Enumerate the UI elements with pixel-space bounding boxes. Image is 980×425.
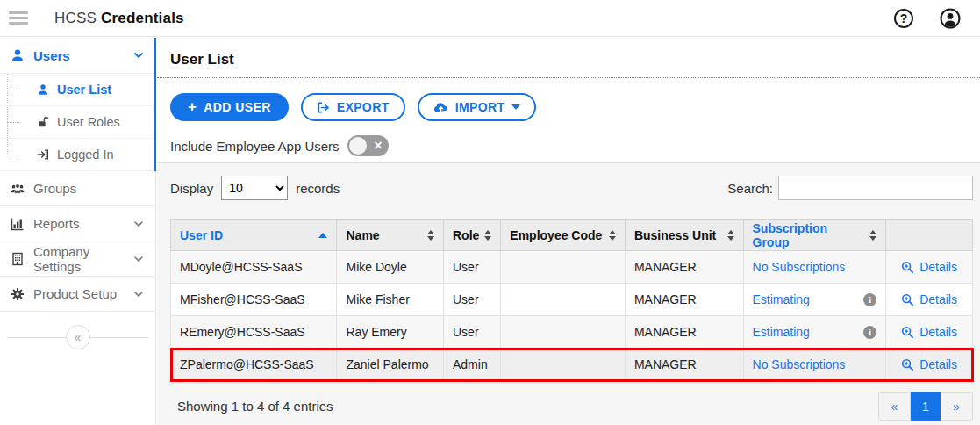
info-icon[interactable]: i xyxy=(863,293,876,306)
cloud-upload-icon xyxy=(433,102,448,113)
cell-subscription-group: No Subscriptions xyxy=(743,349,886,381)
cell-business-unit: MANAGER xyxy=(625,284,743,316)
cell-employee-code xyxy=(501,349,626,381)
sidebar-item-label: User Roles xyxy=(57,115,120,129)
cell-details: Details xyxy=(886,316,973,349)
cell-employee-code xyxy=(501,284,626,316)
table-row: REmery@HCSS-SaaS Ray Emery User MANAGER … xyxy=(171,316,973,349)
cell-role: User xyxy=(443,316,500,349)
search-label: Search: xyxy=(727,181,773,196)
next-icon: » xyxy=(953,400,960,414)
sign-in-icon xyxy=(37,148,49,161)
user-icon xyxy=(11,48,25,62)
search-input[interactable] xyxy=(778,176,973,200)
zoom-in-icon xyxy=(901,261,914,274)
sort-icon xyxy=(609,230,616,241)
info-icon[interactable]: i xyxy=(863,326,876,339)
column-header-user-id[interactable]: User ID xyxy=(171,220,337,251)
account-icon[interactable] xyxy=(940,8,961,29)
cell-name: Ray Emery xyxy=(337,316,444,349)
user-table: User ID Name Role Employee Code xyxy=(170,219,973,381)
page-1-button[interactable]: 1 xyxy=(911,392,941,421)
user-icon xyxy=(37,83,49,96)
sidebar-item-logged-in[interactable]: Logged In xyxy=(0,139,155,171)
app-title: HCSS Credentials xyxy=(54,10,184,27)
bar-chart-icon xyxy=(11,217,25,231)
display-label: Display xyxy=(170,181,213,196)
import-button[interactable]: IMPORT xyxy=(418,93,537,121)
sort-icon xyxy=(427,230,434,241)
sidebar-item-label: Users xyxy=(33,48,70,63)
details-link[interactable]: Details xyxy=(919,357,957,371)
chevron-down-icon xyxy=(132,218,145,230)
cell-business-unit: MANAGER xyxy=(625,316,743,349)
sort-asc-icon xyxy=(318,233,327,238)
subscription-link[interactable]: Estimating xyxy=(753,292,810,306)
brand-prefix: HCSS xyxy=(54,10,97,26)
subscription-link[interactable]: Estimating xyxy=(753,325,810,339)
subscription-link[interactable]: No Subscriptions xyxy=(753,260,846,274)
chevron-down-icon xyxy=(132,288,145,300)
table-header-row: User ID Name Role Employee Code xyxy=(171,220,973,251)
column-header-role[interactable]: Role xyxy=(443,220,500,251)
sidebar-item-label: Company Settings xyxy=(33,244,132,274)
cell-name: Zaniel Palermo xyxy=(337,349,444,381)
cell-name: Mike Fisher xyxy=(337,284,444,316)
next-page-button[interactable]: » xyxy=(941,392,973,421)
entries-summary: Showing 1 to 4 of 4 entries xyxy=(177,399,333,414)
search-control: Search: xyxy=(727,176,973,200)
sidebar-item-user-list[interactable]: User List xyxy=(0,74,155,106)
cell-user-id: MDoyle@HCSS-SaaS xyxy=(171,251,337,284)
sidebar-item-groups[interactable]: Groups xyxy=(0,171,155,206)
sidebar-item-label: Groups xyxy=(33,181,76,196)
sidebar-item-company-settings[interactable]: Company Settings xyxy=(0,241,155,277)
details-link[interactable]: Details xyxy=(919,292,957,306)
sidebar-item-product-setup[interactable]: Product Setup xyxy=(0,277,155,312)
help-icon[interactable]: ? xyxy=(894,9,913,28)
cell-role: User xyxy=(443,284,500,316)
cell-role: Admin xyxy=(443,349,500,381)
include-employee-app-users-toggle[interactable]: × xyxy=(347,135,389,156)
cell-details: Details xyxy=(886,349,973,381)
groups-icon xyxy=(11,182,25,196)
collapse-sidebar-button[interactable]: « xyxy=(66,325,90,349)
sort-icon xyxy=(869,230,876,241)
column-header-business-unit[interactable]: Business Unit xyxy=(625,220,743,251)
chevron-down-icon xyxy=(132,253,145,265)
sidebar-item-user-roles[interactable]: User Roles xyxy=(0,106,155,139)
sidebar-item-users[interactable]: Users xyxy=(0,38,155,74)
brand-name: Credentials xyxy=(101,10,184,26)
export-button[interactable]: EXPORT xyxy=(301,93,405,121)
sidebar-group-users: Users User List User Roles xyxy=(0,38,155,171)
previous-page-button[interactable]: « xyxy=(878,392,911,421)
table-footer: Showing 1 to 4 of 4 entries « 1 » xyxy=(170,392,973,421)
display-records-select[interactable]: 10 xyxy=(221,176,288,200)
sidebar: Users User List User Roles xyxy=(0,38,156,425)
column-header-employee-code[interactable]: Employee Code xyxy=(501,220,626,251)
sidebar-item-reports[interactable]: Reports xyxy=(0,206,155,241)
details-link[interactable]: Details xyxy=(919,260,957,274)
collapse-icon: « xyxy=(75,330,82,344)
export-icon xyxy=(317,101,330,114)
plus-icon: + xyxy=(188,98,197,116)
column-header-subscription-group[interactable]: Subscription Group xyxy=(743,220,886,251)
sidebar-users-subitems: User List User Roles Logged In xyxy=(0,74,155,171)
cell-subscription-group: No Subscriptions xyxy=(743,251,886,284)
column-header-name[interactable]: Name xyxy=(337,220,444,251)
zoom-in-icon xyxy=(901,326,914,339)
menu-icon[interactable] xyxy=(9,9,28,27)
cell-employee-code xyxy=(501,251,626,284)
table-panel: Display 10 records Search: User ID xyxy=(157,162,980,425)
cell-business-unit: MANAGER xyxy=(625,251,743,284)
zoom-in-icon xyxy=(901,293,914,306)
details-link[interactable]: Details xyxy=(919,325,957,339)
sort-icon xyxy=(727,230,734,241)
subscription-link[interactable]: No Subscriptions xyxy=(753,357,846,371)
add-user-button[interactable]: + ADD USER xyxy=(170,93,289,121)
cell-subscription-group: Estimating i xyxy=(743,284,886,316)
cell-subscription-group: Estimating i xyxy=(743,316,886,349)
table-row: MFisher@HCSS-SaaS Mike Fisher User MANAG… xyxy=(171,284,973,316)
cell-details: Details xyxy=(886,284,973,316)
cell-user-id: REmery@HCSS-SaaS xyxy=(171,316,337,349)
toggle-label: Include Employee App Users xyxy=(170,139,340,154)
